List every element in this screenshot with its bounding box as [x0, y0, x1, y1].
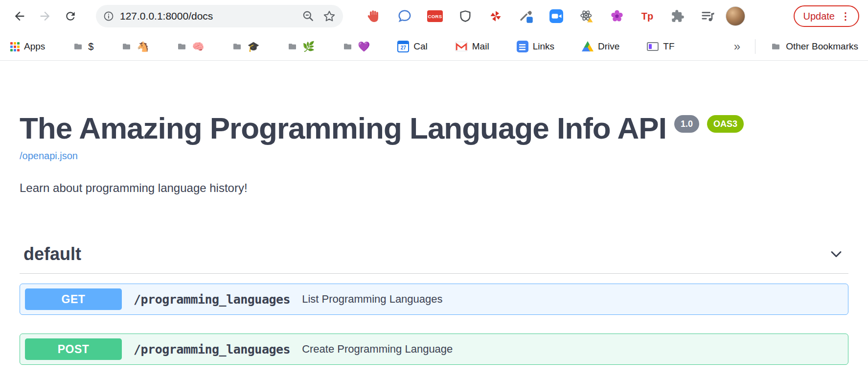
- section-title: default: [23, 244, 81, 264]
- drive-label: Drive: [598, 41, 619, 52]
- openapi-json-link[interactable]: /openapi.json: [20, 150, 78, 162]
- flower-icon: [610, 9, 624, 23]
- bookmark-mail[interactable]: Mail: [455, 41, 489, 52]
- apps-shortcut[interactable]: Apps: [10, 41, 45, 52]
- hand-blocker-extension-icon[interactable]: [365, 7, 383, 25]
- tp-extension-icon[interactable]: Tp: [639, 7, 656, 25]
- cors-extension-icon[interactable]: CORS: [426, 7, 444, 25]
- operation-path: /programming_languages: [134, 342, 290, 357]
- version-badge: 1.0: [674, 115, 699, 133]
- bookmark-drive[interactable]: Drive: [582, 41, 619, 52]
- tp-label: Tp: [641, 11, 653, 22]
- extensions-toolbar: CORS: [365, 7, 717, 25]
- cors-badge: CORS: [427, 10, 443, 22]
- page-title: The Amazing Programming Language Info AP…: [20, 111, 848, 145]
- back-arrow-icon: [13, 9, 26, 23]
- folder-label: 🌿: [302, 41, 315, 52]
- forward-arrow-icon: [38, 9, 52, 23]
- eyedropper-extension-icon[interactable]: [517, 7, 535, 25]
- calendar-label: Cal: [413, 41, 428, 52]
- bookmark-star-icon[interactable]: [322, 9, 336, 23]
- back-button[interactable]: [9, 5, 30, 27]
- puzzle-extensions-menu-icon[interactable]: [669, 7, 686, 25]
- folder-label: $: [88, 41, 93, 52]
- url-text: 127.0.0.1:8000/docs: [120, 10, 213, 22]
- folder-label: 🎓: [247, 41, 259, 52]
- folder-icon: [342, 42, 353, 51]
- bookmarks-overflow-chevron[interactable]: »: [734, 40, 740, 53]
- api-description: Learn about programming language history…: [20, 181, 848, 195]
- swagger-docs-page: The Amazing Programming Language Info AP…: [0, 61, 868, 365]
- bookmark-folder-horse[interactable]: 🐴: [121, 41, 149, 52]
- other-bookmarks-label: Other Bookmarks: [786, 41, 858, 52]
- api-title-text: The Amazing Programming Language Info AP…: [20, 111, 666, 145]
- folder-icon: [770, 42, 781, 51]
- method-badge-post: POST: [25, 338, 122, 360]
- tf-label: TF: [663, 41, 674, 52]
- bookmarks-bar: Apps $ 🐴 🧠 🎓 🌿 💜 27 Cal Mail: [0, 32, 868, 61]
- oas3-badge: OAS3: [707, 115, 744, 133]
- bookmark-folder-brain[interactable]: 🧠: [176, 41, 204, 52]
- folder-icon: [121, 42, 132, 51]
- calendar-icon: 27: [397, 41, 409, 52]
- hand-icon: [367, 9, 382, 24]
- zoom-out-indicator-icon[interactable]: [302, 10, 315, 23]
- operation-post-programming-languages[interactable]: POST /programming_languages Create Progr…: [20, 334, 848, 365]
- calendar-day: 27: [401, 44, 406, 51]
- browser-menu-dots-icon[interactable]: ⋮: [841, 10, 850, 22]
- folder-icon: [72, 42, 84, 51]
- profile-avatar[interactable]: [726, 6, 745, 26]
- links-doc-icon: [517, 41, 528, 52]
- speech-bubble-icon: [397, 9, 412, 24]
- bookmark-folder-purple-heart[interactable]: 💜: [342, 41, 370, 52]
- chevron-down-icon[interactable]: [829, 247, 844, 262]
- chat-extension-icon[interactable]: [396, 7, 413, 25]
- atom-extension-icon[interactable]: [578, 7, 595, 25]
- folder-icon: [176, 42, 187, 51]
- update-button[interactable]: Update ⋮: [794, 5, 860, 27]
- bookmark-folder-dollar[interactable]: $: [72, 41, 93, 52]
- drive-triangle-icon: [582, 41, 594, 51]
- section-header-default[interactable]: default: [20, 244, 848, 274]
- site-info-icon[interactable]: [103, 10, 114, 22]
- tf-bookmark-icon: [647, 42, 659, 51]
- bookmark-tf[interactable]: TF: [647, 41, 674, 52]
- reload-icon: [64, 10, 77, 23]
- browser-toolbar: 127.0.0.1:8000/docs: [0, 0, 868, 32]
- operation-get-programming-languages[interactable]: GET /programming_languages List Programm…: [20, 284, 848, 315]
- eyedropper-icon: [519, 9, 533, 24]
- shield-icon: [458, 9, 472, 23]
- forward-button[interactable]: [34, 5, 56, 27]
- bookmark-folder-herb[interactable]: 🌿: [287, 41, 315, 52]
- atom-icon: [579, 9, 594, 24]
- mail-label: Mail: [472, 41, 489, 52]
- folder-icon: [287, 42, 298, 51]
- operation-path: /programming_languages: [134, 292, 290, 307]
- playlist-music-icon: [701, 9, 715, 24]
- folder-label: 🐴: [137, 41, 149, 52]
- apps-grid-icon: [10, 42, 20, 51]
- video-camera-icon: [549, 9, 563, 23]
- links-label: Links: [533, 41, 554, 52]
- pinwheel-extension-icon[interactable]: [487, 7, 504, 25]
- bookmark-calendar[interactable]: 27 Cal: [397, 41, 428, 52]
- operation-summary: List Programming Languages: [302, 293, 442, 306]
- bookmarks-separator: [755, 39, 755, 54]
- bookmark-links[interactable]: Links: [517, 41, 554, 52]
- reload-button[interactable]: [60, 5, 81, 27]
- puzzle-piece-icon: [671, 9, 685, 23]
- apps-label: Apps: [24, 41, 45, 52]
- update-label: Update: [803, 11, 835, 22]
- gmail-icon: [455, 42, 468, 51]
- bookmark-folder-graduation[interactable]: 🎓: [231, 41, 259, 52]
- other-bookmarks[interactable]: Other Bookmarks: [770, 41, 858, 52]
- zoom-camera-extension-icon[interactable]: [548, 7, 565, 25]
- media-controls-icon[interactable]: [699, 7, 717, 25]
- address-bar[interactable]: 127.0.0.1:8000/docs: [96, 5, 343, 27]
- operation-summary: Create Programming Language: [302, 343, 453, 356]
- pinwheel-icon: [489, 9, 503, 23]
- folder-icon: [231, 42, 243, 51]
- flower-extension-icon[interactable]: [608, 7, 626, 25]
- shield-extension-icon[interactable]: [457, 7, 474, 25]
- folder-label: 💜: [358, 41, 370, 52]
